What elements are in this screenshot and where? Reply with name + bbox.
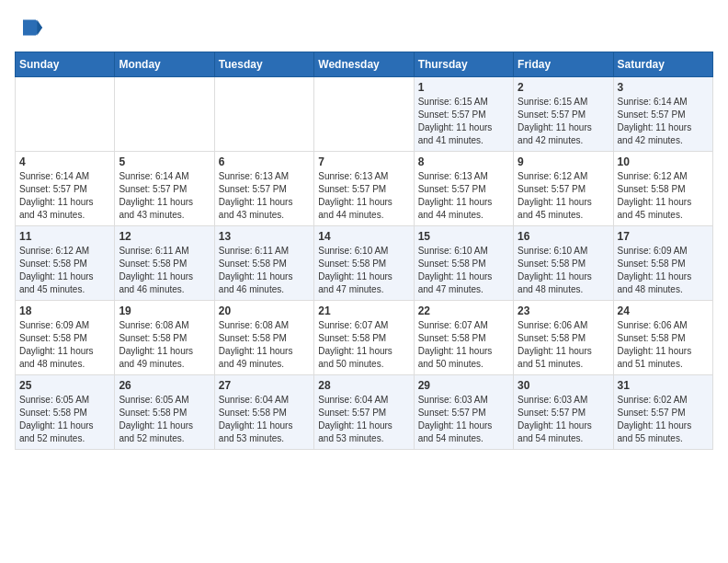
day-cell: 14Sunrise: 6:10 AM Sunset: 5:58 PM Dayli… bbox=[314, 226, 414, 301]
day-cell: 2Sunrise: 6:15 AM Sunset: 5:57 PM Daylig… bbox=[514, 77, 613, 152]
day-number: 6 bbox=[219, 155, 310, 168]
day-cell: 18Sunrise: 6:09 AM Sunset: 5:58 PM Dayli… bbox=[16, 301, 115, 375]
day-number: 14 bbox=[318, 230, 409, 243]
day-number: 31 bbox=[618, 379, 709, 392]
day-number: 7 bbox=[318, 155, 409, 168]
week-row-1: 1Sunrise: 6:15 AM Sunset: 5:57 PM Daylig… bbox=[16, 77, 713, 152]
day-info: Sunrise: 6:07 AM Sunset: 5:58 PM Dayligh… bbox=[418, 319, 509, 371]
day-info: Sunrise: 6:05 AM Sunset: 5:58 PM Dayligh… bbox=[19, 394, 110, 445]
day-number: 4 bbox=[19, 155, 110, 168]
day-number: 8 bbox=[418, 155, 509, 168]
day-number: 12 bbox=[119, 230, 210, 243]
day-info: Sunrise: 6:12 AM Sunset: 5:57 PM Dayligh… bbox=[518, 170, 609, 222]
day-number: 29 bbox=[418, 379, 509, 392]
day-number: 5 bbox=[119, 155, 210, 168]
logo bbox=[15, 15, 44, 44]
day-cell: 28Sunrise: 6:04 AM Sunset: 5:57 PM Dayli… bbox=[314, 375, 414, 450]
day-number: 16 bbox=[518, 230, 609, 243]
day-cell: 24Sunrise: 6:06 AM Sunset: 5:58 PM Dayli… bbox=[613, 301, 712, 375]
day-number: 24 bbox=[618, 304, 709, 317]
day-info: Sunrise: 6:13 AM Sunset: 5:57 PM Dayligh… bbox=[418, 170, 509, 222]
day-info: Sunrise: 6:14 AM Sunset: 5:57 PM Dayligh… bbox=[119, 170, 210, 222]
day-cell: 30Sunrise: 6:03 AM Sunset: 5:57 PM Dayli… bbox=[514, 375, 613, 450]
day-cell: 6Sunrise: 6:13 AM Sunset: 5:57 PM Daylig… bbox=[214, 152, 313, 226]
day-cell: 5Sunrise: 6:14 AM Sunset: 5:57 PM Daylig… bbox=[115, 152, 214, 226]
day-info: Sunrise: 6:10 AM Sunset: 5:58 PM Dayligh… bbox=[318, 245, 409, 296]
day-info: Sunrise: 6:14 AM Sunset: 5:57 PM Dayligh… bbox=[19, 170, 110, 222]
day-info: Sunrise: 6:09 AM Sunset: 5:58 PM Dayligh… bbox=[19, 319, 110, 371]
day-info: Sunrise: 6:11 AM Sunset: 5:58 PM Dayligh… bbox=[219, 245, 310, 296]
day-cell: 15Sunrise: 6:10 AM Sunset: 5:58 PM Dayli… bbox=[414, 226, 513, 301]
day-number: 27 bbox=[219, 379, 310, 392]
calendar-header-row: SundayMondayTuesdayWednesdayThursdayFrid… bbox=[16, 52, 713, 77]
day-info: Sunrise: 6:07 AM Sunset: 5:58 PM Dayligh… bbox=[318, 319, 409, 371]
day-cell: 13Sunrise: 6:11 AM Sunset: 5:58 PM Dayli… bbox=[214, 226, 313, 301]
day-info: Sunrise: 6:11 AM Sunset: 5:58 PM Dayligh… bbox=[119, 245, 210, 296]
column-header-saturday: Saturday bbox=[613, 52, 712, 77]
day-info: Sunrise: 6:08 AM Sunset: 5:58 PM Dayligh… bbox=[219, 319, 310, 371]
day-info: Sunrise: 6:06 AM Sunset: 5:58 PM Dayligh… bbox=[618, 319, 709, 371]
day-cell: 11Sunrise: 6:12 AM Sunset: 5:58 PM Dayli… bbox=[16, 226, 115, 301]
week-row-4: 18Sunrise: 6:09 AM Sunset: 5:58 PM Dayli… bbox=[16, 301, 713, 375]
day-number: 19 bbox=[119, 304, 210, 317]
day-cell: 22Sunrise: 6:07 AM Sunset: 5:58 PM Dayli… bbox=[414, 301, 513, 375]
week-row-3: 11Sunrise: 6:12 AM Sunset: 5:58 PM Dayli… bbox=[16, 226, 713, 301]
logo-icon bbox=[17, 15, 42, 40]
day-cell: 25Sunrise: 6:05 AM Sunset: 5:58 PM Dayli… bbox=[16, 375, 115, 450]
day-cell: 4Sunrise: 6:14 AM Sunset: 5:57 PM Daylig… bbox=[16, 152, 115, 226]
day-cell: 23Sunrise: 6:06 AM Sunset: 5:58 PM Dayli… bbox=[514, 301, 613, 375]
day-number: 30 bbox=[518, 379, 609, 392]
day-info: Sunrise: 6:15 AM Sunset: 5:57 PM Dayligh… bbox=[518, 96, 609, 147]
day-number: 18 bbox=[19, 304, 110, 317]
day-number: 28 bbox=[318, 379, 409, 392]
day-cell: 26Sunrise: 6:05 AM Sunset: 5:58 PM Dayli… bbox=[115, 375, 214, 450]
day-cell: 27Sunrise: 6:04 AM Sunset: 5:58 PM Dayli… bbox=[214, 375, 313, 450]
day-number: 20 bbox=[219, 304, 310, 317]
day-info: Sunrise: 6:03 AM Sunset: 5:57 PM Dayligh… bbox=[418, 394, 509, 445]
day-cell: 12Sunrise: 6:11 AM Sunset: 5:58 PM Dayli… bbox=[115, 226, 214, 301]
day-cell: 21Sunrise: 6:07 AM Sunset: 5:58 PM Dayli… bbox=[314, 301, 414, 375]
day-number: 17 bbox=[618, 230, 709, 243]
day-cell bbox=[314, 77, 414, 152]
column-header-tuesday: Tuesday bbox=[214, 52, 313, 77]
day-cell: 9Sunrise: 6:12 AM Sunset: 5:57 PM Daylig… bbox=[514, 152, 613, 226]
day-number: 26 bbox=[119, 379, 210, 392]
column-header-sunday: Sunday bbox=[16, 52, 115, 77]
day-number: 10 bbox=[618, 155, 709, 168]
week-row-5: 25Sunrise: 6:05 AM Sunset: 5:58 PM Dayli… bbox=[16, 375, 713, 450]
day-number: 13 bbox=[219, 230, 310, 243]
day-number: 21 bbox=[318, 304, 409, 317]
day-info: Sunrise: 6:05 AM Sunset: 5:58 PM Dayligh… bbox=[119, 394, 210, 445]
day-cell: 31Sunrise: 6:02 AM Sunset: 5:57 PM Dayli… bbox=[613, 375, 712, 450]
day-cell bbox=[115, 77, 214, 152]
day-number: 9 bbox=[518, 155, 609, 168]
day-info: Sunrise: 6:09 AM Sunset: 5:58 PM Dayligh… bbox=[618, 245, 709, 296]
svg-marker-1 bbox=[37, 20, 42, 36]
day-cell: 17Sunrise: 6:09 AM Sunset: 5:58 PM Dayli… bbox=[613, 226, 712, 301]
day-info: Sunrise: 6:14 AM Sunset: 5:57 PM Dayligh… bbox=[618, 96, 709, 147]
day-cell: 16Sunrise: 6:10 AM Sunset: 5:58 PM Dayli… bbox=[514, 226, 613, 301]
day-info: Sunrise: 6:04 AM Sunset: 5:57 PM Dayligh… bbox=[318, 394, 409, 445]
day-cell: 8Sunrise: 6:13 AM Sunset: 5:57 PM Daylig… bbox=[414, 152, 513, 226]
day-number: 1 bbox=[418, 81, 509, 94]
column-header-thursday: Thursday bbox=[414, 52, 513, 77]
day-info: Sunrise: 6:10 AM Sunset: 5:58 PM Dayligh… bbox=[518, 245, 609, 296]
day-cell: 19Sunrise: 6:08 AM Sunset: 5:58 PM Dayli… bbox=[115, 301, 214, 375]
day-cell bbox=[16, 77, 115, 152]
week-row-2: 4Sunrise: 6:14 AM Sunset: 5:57 PM Daylig… bbox=[16, 152, 713, 226]
day-info: Sunrise: 6:12 AM Sunset: 5:58 PM Dayligh… bbox=[19, 245, 110, 296]
day-cell: 20Sunrise: 6:08 AM Sunset: 5:58 PM Dayli… bbox=[214, 301, 313, 375]
column-header-wednesday: Wednesday bbox=[314, 52, 414, 77]
day-number: 2 bbox=[518, 81, 609, 94]
day-cell: 3Sunrise: 6:14 AM Sunset: 5:57 PM Daylig… bbox=[613, 77, 712, 152]
day-number: 25 bbox=[19, 379, 110, 392]
day-info: Sunrise: 6:12 AM Sunset: 5:58 PM Dayligh… bbox=[618, 170, 709, 222]
day-info: Sunrise: 6:03 AM Sunset: 5:57 PM Dayligh… bbox=[518, 394, 609, 445]
day-info: Sunrise: 6:08 AM Sunset: 5:58 PM Dayligh… bbox=[119, 319, 210, 371]
day-info: Sunrise: 6:15 AM Sunset: 5:57 PM Dayligh… bbox=[418, 96, 509, 147]
page-header bbox=[15, 15, 713, 44]
day-info: Sunrise: 6:13 AM Sunset: 5:57 PM Dayligh… bbox=[318, 170, 409, 222]
day-info: Sunrise: 6:13 AM Sunset: 5:57 PM Dayligh… bbox=[219, 170, 310, 222]
day-cell: 29Sunrise: 6:03 AM Sunset: 5:57 PM Dayli… bbox=[414, 375, 513, 450]
calendar-table: SundayMondayTuesdayWednesdayThursdayFrid… bbox=[15, 52, 713, 450]
